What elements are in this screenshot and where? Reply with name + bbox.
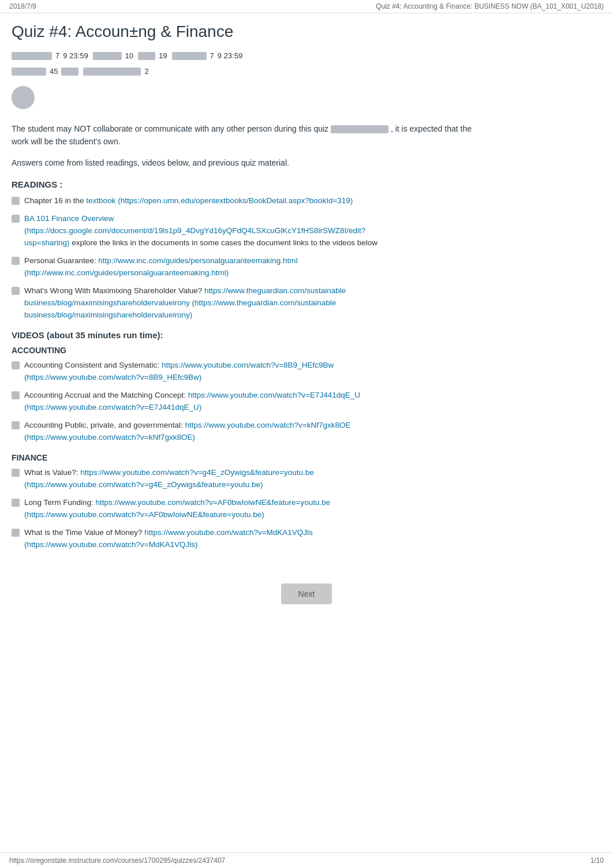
accounting-heading: ACCOUNTING <box>12 346 485 355</box>
readings-heading: READINGS : <box>12 179 485 189</box>
fv1-link[interactable]: https://www.youtube.com/watch?v=g4E_zOyw… <box>80 468 313 477</box>
fv-bullet-2 <box>12 499 20 507</box>
reading-4-url-link2[interactable]: business/blog/maximisingshareholdervalue… <box>24 310 192 319</box>
stat-label-1 <box>12 52 52 60</box>
reading-3-link[interactable]: http://www.inc.com/guides/personalguaran… <box>98 256 297 265</box>
finance-video-3: What is the Time Value of Money? https:/… <box>12 527 485 551</box>
bullet-1 <box>12 197 20 205</box>
reading-4-link[interactable]: https://www.theguardian.com/sustainable <box>204 286 346 295</box>
fv-bullet-3 <box>12 529 20 537</box>
accounting-video-1: Accounting Consistent and Systematic: ht… <box>12 360 485 384</box>
stats-row-1: 7 9 23:59 10 19 7 9 23:59 <box>0 47 613 65</box>
reading-3-before: Personal Guarantee: <box>24 256 98 265</box>
top-bar-date: 2018/7/9 <box>9 2 36 10</box>
stat-item-6: 2 <box>83 67 148 76</box>
videos-heading: VIDEOS (about 35 minutes run time): <box>12 330 485 340</box>
accounting-video-2: Accounting Accrual and the Matching Conc… <box>12 390 485 414</box>
reading-2-extra: explore the links in the documents in so… <box>72 238 377 247</box>
next-button-area: Next <box>0 572 613 622</box>
reading-4-before: What's Wrong With Maximixing Shareholder… <box>24 286 204 295</box>
accounting-videos-list: Accounting Consistent and Systematic: ht… <box>12 360 485 444</box>
readings-list: Chapter 16 in the textbook (https://open… <box>12 195 485 321</box>
stat-label-6 <box>83 68 141 76</box>
reading-item-3: Personal Guarantee: http://www.inc.com/g… <box>12 255 485 279</box>
top-bar-title: Quiz #4: Accounting & Finance: BUSINESS … <box>376 2 604 10</box>
av-bullet-3 <box>12 421 20 429</box>
reading-item-1: Chapter 16 in the textbook (https://open… <box>12 195 485 207</box>
content-area: The student may NOT collaborate or commu… <box>0 117 496 572</box>
reading-1-before: Chapter 16 in the <box>24 196 86 205</box>
next-button[interactable]: Next <box>281 583 332 604</box>
av1-url-link[interactable]: (https://www.youtube.com/watch?v=8B9_HEf… <box>24 373 201 381</box>
fv3-url-link[interactable]: (https://www.youtube.com/watch?v=MdKA1VQ… <box>24 540 198 549</box>
reading-item-2: BA 101 Finance Overview (https://docs.go… <box>12 213 485 249</box>
accounting-video-3: Accounting Public, private, and governme… <box>12 420 485 444</box>
avatar <box>12 86 35 109</box>
reading-2-link[interactable]: BA 101 Finance Overview <box>24 214 114 223</box>
reading-3-url-link[interactable]: (http://www.inc.com/guides/personalguara… <box>24 268 229 277</box>
stat-item-1: 7 9 23:59 <box>12 51 88 60</box>
stat-label-3 <box>138 52 155 60</box>
top-bar: 2018/7/9 Quiz #4: Accounting & Finance: … <box>0 0 613 13</box>
reading-2-url-link[interactable]: (https://docs.google.com/document/d/19ls… <box>24 226 365 235</box>
reading-4-link2[interactable]: business/blog/maximisingshareholdervalue… <box>24 298 190 307</box>
av-bullet-2 <box>12 391 20 399</box>
stats-row-2: 45 2 <box>0 65 613 80</box>
finance-videos-list: What is Value?: https://www.youtube.com/… <box>12 467 485 551</box>
bullet-2 <box>12 215 20 223</box>
reading-2-usp-link[interactable]: usp=sharing) <box>24 238 69 247</box>
finance-video-1: What is Value?: https://www.youtube.com/… <box>12 467 485 491</box>
reading-item-4: What's Wrong With Maximixing Shareholder… <box>12 285 485 321</box>
av3-url-link[interactable]: (https://www.youtube.com/watch?v=kNf7gxk… <box>24 433 195 442</box>
fv3-link[interactable]: https://www.youtube.com/watch?v=MdKA1VQJ… <box>144 528 313 537</box>
stat-label-5 <box>12 68 46 76</box>
finance-heading: FINANCE <box>12 453 485 462</box>
bullet-3 <box>12 257 20 265</box>
page-title: Quiz #4: Accoun±ng & Finance <box>0 13 613 47</box>
finance-video-2: Long Term Funding: https://www.youtube.c… <box>12 497 485 521</box>
fv2-url-link[interactable]: (https://www.youtube.com/watch?v=AF0bwIo… <box>24 510 264 519</box>
fv1-url-link[interactable]: (https://www.youtube.com/watch?v=g4E_zOy… <box>24 480 263 489</box>
fv2-link[interactable]: https://www.youtube.com/watch?v=AF0bwIoi… <box>96 498 331 507</box>
av2-url-link[interactable]: (https://www.youtube.com/watch?v=E7J441d… <box>24 403 201 411</box>
reading-4-url-link[interactable]: (https://www.theguardian.com/sustainable <box>192 298 336 307</box>
reading-1-link[interactable]: textbook <box>86 196 115 205</box>
reading-1-url-link[interactable]: (https://open.umn.edu/opentextbooks/Book… <box>118 196 353 205</box>
bullet-4 <box>12 287 20 295</box>
av3-link[interactable]: https://www.youtube.com/watch?v=kNf7gxk8… <box>185 421 350 429</box>
stat-item-4: 7 9 23:59 <box>172 51 243 60</box>
stat-item-3: 19 <box>138 51 167 60</box>
stat-label-2 <box>93 52 122 60</box>
av1-link[interactable]: https://www.youtube.com/watch?v=8B9_HEfc… <box>162 361 334 369</box>
fv-bullet-1 <box>12 469 20 477</box>
answers-paragraph: Answers come from listed readings, video… <box>12 156 485 169</box>
intro-paragraph: The student may NOT collaborate or commu… <box>12 122 485 148</box>
stat-item-5: 45 <box>12 67 79 76</box>
stat-label-4 <box>172 52 207 60</box>
av-bullet-1 <box>12 361 20 369</box>
intro-line1: The student may NOT collaborate or commu… <box>12 124 328 133</box>
stat-item-2: 10 <box>93 51 133 60</box>
av2-link[interactable]: https://www.youtube.com/watch?v=E7J441dq… <box>188 391 360 399</box>
avatar-area <box>0 80 613 117</box>
